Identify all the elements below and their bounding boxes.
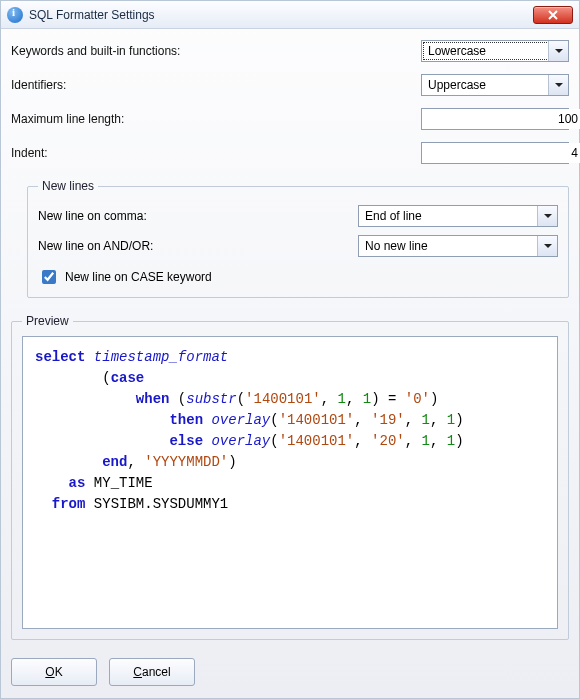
keywords-combo-value: Lowercase [428, 44, 486, 58]
keywords-label: Keywords and built-in functions: [11, 44, 421, 58]
maxlinelen-input[interactable] [422, 109, 580, 129]
window-title: SQL Formatter Settings [29, 8, 155, 22]
close-button[interactable] [533, 6, 573, 24]
chevron-down-icon [548, 41, 568, 61]
newline-case-label: New line on CASE keyword [65, 270, 212, 284]
preview-legend: Preview [22, 314, 73, 328]
app-icon [7, 7, 23, 23]
newline-andor-label: New line on AND/OR: [38, 239, 358, 253]
newline-comma-value: End of line [365, 209, 422, 223]
newline-andor-value: No new line [365, 239, 428, 253]
close-icon [547, 10, 559, 20]
indent-input[interactable] [422, 143, 580, 163]
chevron-down-icon [537, 206, 557, 226]
identifiers-combo[interactable]: Uppercase [421, 74, 569, 96]
newline-case-checkbox-row[interactable]: New line on CASE keyword [38, 267, 558, 287]
chevron-down-icon [548, 75, 568, 95]
button-bar: OK Cancel [1, 650, 579, 698]
newlines-group: New lines New line on comma: End of line… [27, 179, 569, 298]
identifiers-label: Identifiers: [11, 78, 421, 92]
chevron-down-icon [537, 236, 557, 256]
preview-group: Preview select timestamp_format (case wh… [11, 314, 569, 640]
newline-case-checkbox[interactable] [42, 270, 56, 284]
indent-field[interactable] [421, 142, 569, 164]
newline-andor-combo[interactable]: No new line [358, 235, 558, 257]
newline-comma-combo[interactable]: End of line [358, 205, 558, 227]
content-area: Keywords and built-in functions: Lowerca… [1, 29, 579, 650]
maxlinelen-field[interactable] [421, 108, 569, 130]
newline-comma-label: New line on comma: [38, 209, 358, 223]
ok-button[interactable]: OK [11, 658, 97, 686]
title-bar: SQL Formatter Settings [1, 1, 579, 29]
identifiers-combo-value: Uppercase [428, 78, 486, 92]
dialog-window: SQL Formatter Settings Keywords and buil… [0, 0, 580, 699]
indent-label: Indent: [11, 146, 421, 160]
keywords-combo[interactable]: Lowercase [421, 40, 569, 62]
cancel-button[interactable]: Cancel [109, 658, 195, 686]
maxlinelen-label: Maximum line length: [11, 112, 421, 126]
preview-text: select timestamp_format (case when (subs… [22, 336, 558, 629]
newlines-legend: New lines [38, 179, 98, 193]
